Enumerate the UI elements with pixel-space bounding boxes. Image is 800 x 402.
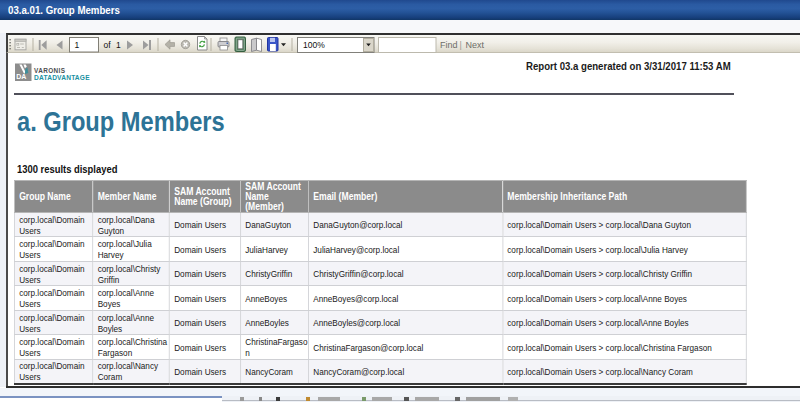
svg-text:of: of [104,40,112,50]
svg-text:VARONIS: VARONIS [34,67,66,74]
svg-text:DATADVANTAGE: DATADVANTAGE [34,74,90,81]
svg-text:DA: DA [16,73,26,80]
svg-text:100%: 100% [303,40,325,50]
svg-text:|: | [460,40,462,50]
svg-text:Next: Next [466,40,485,50]
svg-text:1: 1 [75,40,80,50]
svg-text:1: 1 [116,40,121,50]
svg-text:Find: Find [440,40,458,50]
